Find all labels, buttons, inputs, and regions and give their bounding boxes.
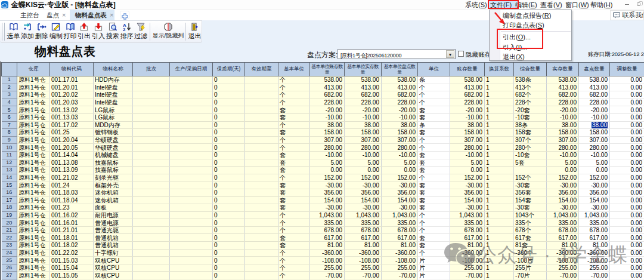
svg-text:2: 2 <box>123 27 126 32</box>
